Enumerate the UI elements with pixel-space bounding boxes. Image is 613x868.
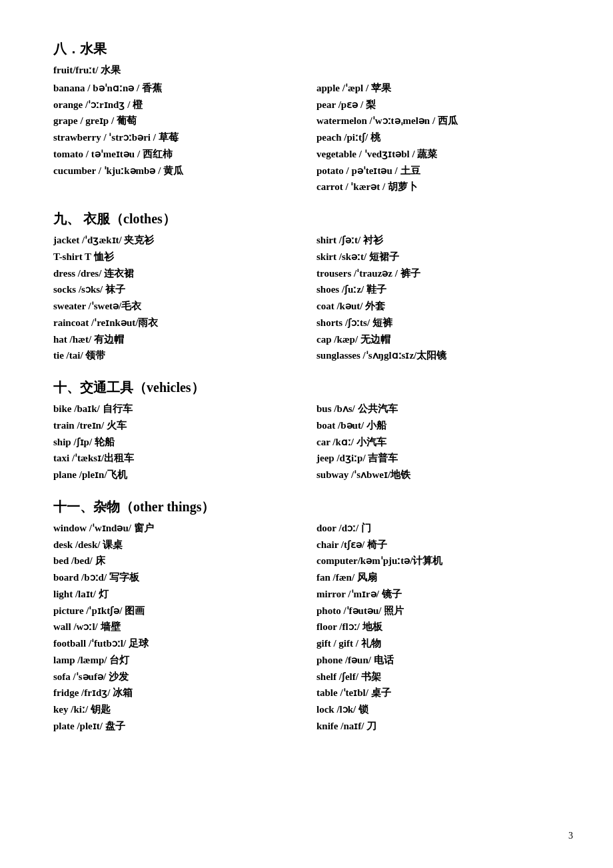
vocab-item-right-1-2: trousers /ˈtrauzəz / 裤子 — [316, 265, 566, 282]
section-title-1: 九、 衣服（clothes） — [53, 210, 566, 228]
vocab-item-right-1-6: cap /kæp/ 无边帽 — [316, 331, 566, 348]
vocab-item-left-0-4: tomato / təˈmeɪtəu / 西红柿 — [53, 146, 303, 163]
vocab-item-right-0-6: carrot / ˈkærət / 胡萝卜 — [316, 179, 566, 195]
vocab-item-right-2-1: boat /bəut/ 小船 — [316, 417, 566, 434]
vocab-item-right-0-2: watermelon /ˈwɔːtəˌmelən / 西瓜 — [316, 113, 566, 129]
right-col-1: shirt /ʃəːt/ 衬衫skirt /skəːt/ 短裙子trousers… — [316, 232, 566, 364]
vocab-item-right-3-8: phone /fəun/ 电话 — [316, 652, 566, 669]
vocab-grid-3: window /ˈwɪndəu/ 窗户desk /desk/ 课桌bed /be… — [53, 520, 566, 735]
vocab-item-right-2-3: jeep /dʒiːp/ 吉普车 — [316, 450, 566, 467]
vocab-item-left-3-8: lamp /læmp/ 台灯 — [53, 652, 303, 669]
vocab-item-left-2-0: bike /baɪk/ 自行车 — [53, 401, 303, 417]
vocab-item-left-2-2: ship /ʃɪp/ 轮船 — [53, 434, 303, 451]
right-col-3: door /dɔː/ 门chair /tʃɛə/ 椅子computer/kəmˈ… — [316, 520, 566, 735]
vocab-item-left-1-2: dress /dres/ 连衣裙 — [53, 265, 303, 282]
section-section-8: 八．水果fruit/fruːt/ 水果banana / bəˈnɑːnə / 香… — [53, 40, 566, 195]
section-section-10: 十、交通工具（vehicles）bike /baɪk/ 自行车train /tr… — [53, 379, 566, 483]
vocab-item-left-2-3: taxi /ˈtæksɪ/出租车 — [53, 450, 303, 467]
vocab-item-left-3-11: key /kiː/ 钥匙 — [53, 701, 303, 718]
vocab-item-left-1-4: sweater /ˈswetə/毛衣 — [53, 298, 303, 315]
vocab-item-right-1-1: skirt /skəːt/ 短裙子 — [316, 249, 566, 265]
vocab-item-left-3-2: bed /bed/ 床 — [53, 553, 303, 569]
vocab-item-left-3-6: wall /wɔːl/ 墙壁 — [53, 619, 303, 635]
vocab-item-left-0-1: orange /ˈɔːrɪndʒ / 橙 — [53, 97, 303, 113]
section-title-0: 八．水果 — [53, 40, 566, 58]
vocab-item-right-3-1: chair /tʃɛə/ 椅子 — [316, 537, 566, 553]
vocab-item-right-0-4: vegetable / ˈvedʒɪtəbl / 蔬菜 — [316, 146, 566, 163]
vocab-item-left-1-0: jacket /ˈdʒækɪt/ 夹克衫 — [53, 232, 303, 249]
section-title-2: 十、交通工具（vehicles） — [53, 379, 566, 397]
vocab-item-left-3-4: light /laɪt/ 灯 — [53, 586, 303, 603]
vocab-item-left-3-5: picture /ˈpɪktʃə/ 图画 — [53, 603, 303, 619]
vocab-item-left-1-1: T-shirt T 恤衫 — [53, 249, 303, 265]
vocab-item-right-0-1: pear /pɛə / 梨 — [316, 97, 566, 113]
vocab-item-left-0-2: grape / greɪp / 葡萄 — [53, 113, 303, 129]
vocab-item-right-0-5: potato / pəˈteɪtəu / 土豆 — [316, 163, 566, 179]
vocab-grid-0: banana / bəˈnɑːnə / 香蕉orange /ˈɔːrɪndʒ /… — [53, 80, 566, 195]
vocab-item-right-3-10: table /ˈteɪbl/ 桌子 — [316, 685, 566, 701]
vocab-item-right-3-6: floor /flɔː/ 地板 — [316, 619, 566, 635]
vocab-item-left-0-5: cucumber / ˈkjuːkəmbə / 黄瓜 — [53, 163, 303, 179]
vocab-item-right-3-0: door /dɔː/ 门 — [316, 520, 566, 537]
right-col-0: apple /ˈæpl / 苹果pear /pɛə / 梨watermelon … — [316, 80, 566, 195]
vocab-item-right-3-11: lock /lɔk/ 锁 — [316, 701, 566, 718]
vocab-item-left-1-5: raincoat /ˈreɪnkəut/雨衣 — [53, 315, 303, 331]
vocab-item-right-0-3: peach /piːtʃ/ 桃 — [316, 129, 566, 146]
section-section-11: 十一、杂物（other things）window /ˈwɪndəu/ 窗户de… — [53, 498, 566, 735]
vocab-item-right-1-4: coat /kəut/ 外套 — [316, 298, 566, 315]
vocab-item-right-2-4: subway /ˈsʌbweɪ/地铁 — [316, 467, 566, 483]
left-col-1: jacket /ˈdʒækɪt/ 夹克衫T-shirt T 恤衫dress /d… — [53, 232, 303, 364]
vocab-item-right-3-7: gift / gift / 礼物 — [316, 635, 566, 652]
vocab-item-right-3-9: shelf /ʃelf/ 书架 — [316, 669, 566, 685]
vocab-item-left-0-0: banana / bəˈnɑːnə / 香蕉 — [53, 80, 303, 97]
vocab-item-right-3-5: photo /ˈfəutəu/ 照片 — [316, 603, 566, 619]
vocab-item-right-2-2: car /kɑː/ 小汽车 — [316, 434, 566, 451]
vocab-item-right-1-5: shorts /ʃɔːts/ 短裤 — [316, 315, 566, 331]
vocab-item-right-3-4: mirror /ˈmɪrə/ 镜子 — [316, 586, 566, 603]
vocab-item-left-3-7: football /ˈfutbɔːl/ 足球 — [53, 635, 303, 652]
section-subtitle-0: fruit/fruːt/ 水果 — [53, 62, 566, 79]
vocab-item-left-3-12: plate /pleɪt/ 盘子 — [53, 718, 303, 735]
left-col-3: window /ˈwɪndəu/ 窗户desk /desk/ 课桌bed /be… — [53, 520, 303, 735]
section-title-3: 十一、杂物（other things） — [53, 498, 566, 516]
vocab-item-right-1-0: shirt /ʃəːt/ 衬衫 — [316, 232, 566, 249]
vocab-item-left-3-0: window /ˈwɪndəu/ 窗户 — [53, 520, 303, 537]
left-col-2: bike /baɪk/ 自行车train /treɪn/ 火车ship /ʃɪp… — [53, 401, 303, 483]
vocab-item-left-1-7: tie /tai/ 领带 — [53, 347, 303, 364]
vocab-item-right-3-12: knife /naɪf/ 刀 — [316, 718, 566, 735]
vocab-item-left-3-9: sofa /ˈsəufə/ 沙发 — [53, 669, 303, 685]
vocab-item-left-3-1: desk /desk/ 课桌 — [53, 537, 303, 553]
right-col-2: bus /bʌs/ 公共汽车boat /bəut/ 小船car /kɑː/ 小汽… — [316, 401, 566, 483]
vocab-item-right-1-7: sunglasses /ˈsʌŋglɑːsɪz/太阳镜 — [316, 347, 566, 364]
vocab-item-right-0-0: apple /ˈæpl / 苹果 — [316, 80, 566, 97]
section-section-9: 九、 衣服（clothes）jacket /ˈdʒækɪt/ 夹克衫T-shir… — [53, 210, 566, 364]
vocab-item-right-3-3: fan /fæn/ 风扇 — [316, 569, 566, 586]
vocab-grid-1: jacket /ˈdʒækɪt/ 夹克衫T-shirt T 恤衫dress /d… — [53, 232, 566, 364]
vocab-item-left-0-3: strawberry / ˈstrɔːbəri / 草莓 — [53, 129, 303, 146]
vocab-item-left-3-10: fridge /frɪdʒ/ 冰箱 — [53, 685, 303, 701]
vocab-item-right-2-0: bus /bʌs/ 公共汽车 — [316, 401, 566, 417]
vocab-grid-2: bike /baɪk/ 自行车train /treɪn/ 火车ship /ʃɪp… — [53, 401, 566, 483]
vocab-item-left-1-3: socks /sɔks/ 袜子 — [53, 281, 303, 298]
left-col-0: banana / bəˈnɑːnə / 香蕉orange /ˈɔːrɪndʒ /… — [53, 80, 303, 195]
vocab-item-right-3-2: computer/kəmˈpjuːtə/计算机 — [316, 553, 566, 569]
vocab-item-right-1-3: shoes /ʃuːz/ 鞋子 — [316, 281, 566, 298]
vocab-item-left-1-6: hat /hæt/ 有边帽 — [53, 331, 303, 348]
vocab-item-left-2-4: plane /pleɪn/飞机 — [53, 467, 303, 483]
vocab-item-left-3-3: board /bɔːd/ 写字板 — [53, 569, 303, 586]
vocab-item-left-2-1: train /treɪn/ 火车 — [53, 417, 303, 434]
